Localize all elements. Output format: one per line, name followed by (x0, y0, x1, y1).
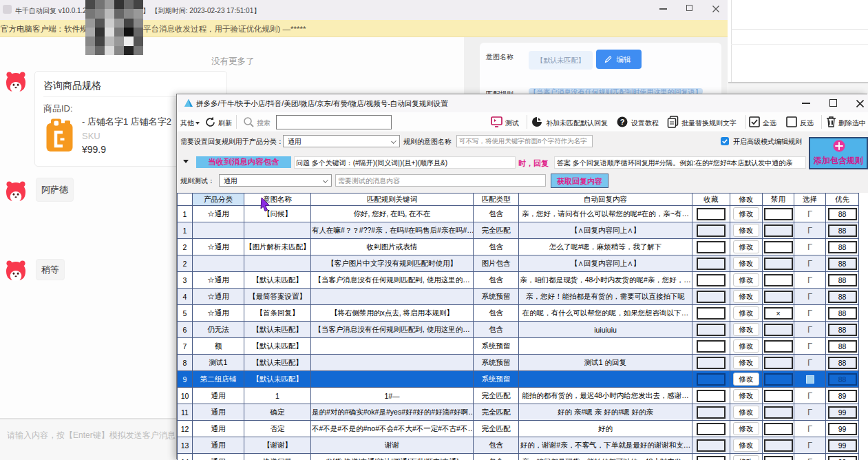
svg-text:?: ? (620, 118, 625, 126)
